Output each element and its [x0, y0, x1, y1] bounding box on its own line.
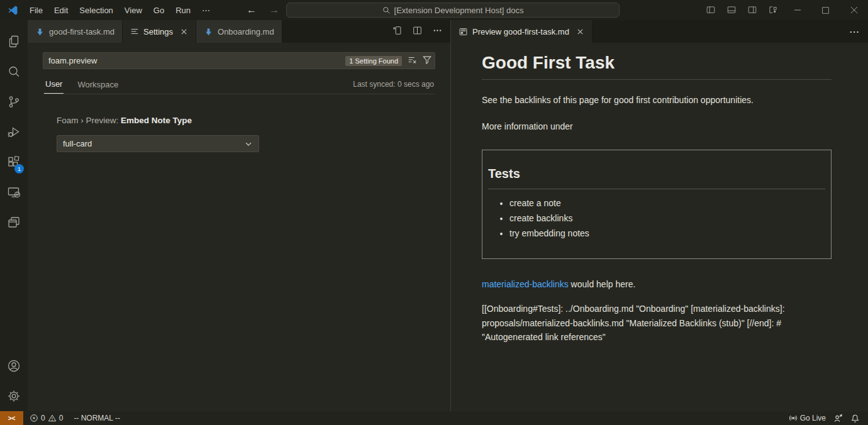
settings-search-controls: 1 Setting Found: [345, 52, 432, 69]
filter-icon[interactable]: [422, 55, 432, 67]
close-window-button[interactable]: [840, 0, 868, 20]
window-controls: [700, 0, 868, 20]
status-bar: >< 0 0 -- NORMAL -- Go Live: [0, 411, 868, 425]
menu-selection[interactable]: Selection: [74, 0, 118, 20]
last-synced-label: Last synced: 0 secs ago: [353, 80, 434, 94]
search-icon: [382, 6, 391, 14]
tab-good-first-task[interactable]: good-first-task.md: [28, 20, 123, 43]
editor-group-right: Preview good-first-task.md ⋯ Good First …: [450, 20, 868, 411]
tab-preview-good-first-task[interactable]: Preview good-first-task.md: [451, 20, 593, 43]
tab-onboarding[interactable]: Onboarding.md: [196, 20, 282, 43]
run-debug-icon[interactable]: [0, 117, 28, 147]
scope-tab-user[interactable]: User: [44, 75, 64, 94]
extensions-icon[interactable]: 1: [0, 147, 28, 177]
setting-item: Foam › Preview: Embed Note Type full-car…: [57, 116, 435, 152]
notifications-bell-icon[interactable]: [847, 414, 863, 423]
link-references-text: [[Onboarding#Tests]: ../Onboarding.md "O…: [482, 302, 832, 345]
title-bar: File Edit Selection View Go Run ⋯ ← → [E…: [0, 0, 868, 20]
close-tab-icon[interactable]: [576, 28, 584, 36]
preview-paragraph: More information under: [482, 120, 832, 133]
more-actions-icon[interactable]: ⋯: [849, 20, 868, 43]
more-actions-icon[interactable]: [432, 25, 443, 38]
list-item: create backlinks: [509, 213, 825, 223]
menu-view[interactable]: View: [119, 0, 148, 20]
link-tail-text: would help here.: [569, 279, 636, 289]
embed-title: Tests: [488, 167, 825, 189]
setting-value-dropdown[interactable]: full-card: [57, 135, 259, 152]
clear-search-icon[interactable]: [407, 55, 417, 67]
menu-edit[interactable]: Edit: [48, 0, 74, 20]
problems-indicator[interactable]: 0 0: [26, 411, 66, 425]
tab-bar-left: good-first-task.md Settings Onboarding.m…: [28, 20, 450, 43]
preview-paragraph: See the backlinks of this page for good …: [482, 94, 832, 106]
tab-label: Preview good-first-task.md: [472, 27, 569, 36]
error-count: 0: [41, 414, 45, 422]
menu-bar: File Edit Selection View Go Run ⋯: [24, 0, 216, 20]
settings-editor: 1 Setting Found User Workspace Last sync…: [28, 43, 450, 152]
customize-layout-icon[interactable]: [762, 0, 783, 20]
setting-name: Embed Note Type: [121, 116, 192, 125]
warning-icon: [48, 414, 57, 422]
forward-arrow-icon[interactable]: →: [269, 4, 279, 16]
editor-actions: [392, 20, 450, 43]
menu-file[interactable]: File: [24, 0, 48, 20]
editor-group-left: good-first-task.md Settings Onboarding.m…: [28, 20, 450, 411]
open-settings-json-icon[interactable]: [392, 25, 403, 38]
settings-scope-tabs: User Workspace Last synced: 0 secs ago: [43, 75, 435, 94]
list-item: create a note: [509, 198, 825, 208]
preview-heading: Good First Task: [482, 53, 832, 80]
minimize-button[interactable]: [783, 0, 811, 20]
vscode-logo-icon: [6, 4, 19, 16]
close-tab-icon[interactable]: [180, 28, 188, 36]
extensions-badge: 1: [14, 164, 24, 174]
markdown-preview: Good First Task See the backlinks of thi…: [451, 43, 868, 345]
tab-label: Settings: [143, 27, 173, 36]
remote-explorer-icon[interactable]: [0, 177, 28, 207]
settings-search-row: 1 Setting Found: [43, 52, 435, 69]
windows-panels-icon[interactable]: [0, 207, 28, 238]
explorer-icon[interactable]: [0, 26, 28, 57]
status-bar-right: Go Live: [786, 414, 868, 423]
broadcast-icon: [789, 414, 798, 422]
error-icon: [30, 414, 38, 422]
menu-more-icon[interactable]: ⋯: [196, 0, 216, 20]
scope-tab-workspace[interactable]: Workspace: [76, 76, 120, 94]
split-editor-icon[interactable]: [412, 25, 423, 38]
markdown-file-icon: [35, 27, 45, 36]
dropdown-selected-value: full-card: [63, 139, 92, 148]
search-icon[interactable]: [0, 57, 28, 87]
tab-settings[interactable]: Settings: [123, 20, 196, 43]
setting-category: Foam › Preview:: [57, 116, 118, 125]
command-center-search[interactable]: [Extension Development Host] docs: [286, 3, 620, 18]
results-count-badge: 1 Setting Found: [345, 56, 402, 66]
source-control-icon[interactable]: [0, 87, 28, 117]
maximize-button[interactable]: [811, 0, 840, 20]
back-arrow-icon[interactable]: ←: [247, 4, 257, 16]
accounts-icon[interactable]: [0, 351, 28, 381]
menu-run[interactable]: Run: [170, 0, 196, 20]
tab-bar-right: Preview good-first-task.md ⋯: [451, 20, 868, 43]
embedded-note-card: Tests create a note create backlinks try…: [482, 150, 832, 259]
settings-gear-icon[interactable]: [0, 381, 28, 411]
vscode-window: File Edit Selection View Go Run ⋯ ← → [E…: [0, 0, 868, 425]
chevron-down-icon: [244, 140, 253, 148]
setting-title: Foam › Preview: Embed Note Type: [57, 116, 435, 125]
activity-bar: 1: [0, 20, 28, 411]
toggle-secondary-sidebar-icon[interactable]: [742, 0, 762, 20]
toggle-panel-icon[interactable]: [721, 0, 742, 20]
tab-label: good-first-task.md: [49, 27, 114, 36]
go-live-label: Go Live: [800, 414, 826, 422]
remote-indicator[interactable]: ><: [0, 411, 23, 425]
feedback-icon[interactable]: [830, 414, 846, 423]
menu-go[interactable]: Go: [148, 0, 170, 20]
open-preview-icon: [459, 27, 468, 36]
list-item: try embedding notes: [509, 228, 825, 238]
warning-count: 0: [59, 414, 64, 422]
vim-mode-indicator: -- NORMAL --: [74, 414, 120, 422]
embed-list: create a note create backlinks try embed…: [488, 198, 825, 238]
history-navigation: ← →: [247, 0, 279, 20]
toggle-primary-sidebar-icon[interactable]: [700, 0, 721, 20]
materialized-backlinks-link[interactable]: materialized-backlinks: [482, 279, 569, 289]
go-live-button[interactable]: Go Live: [786, 414, 829, 422]
command-center-label: [Extension Development Host] docs: [394, 6, 524, 15]
